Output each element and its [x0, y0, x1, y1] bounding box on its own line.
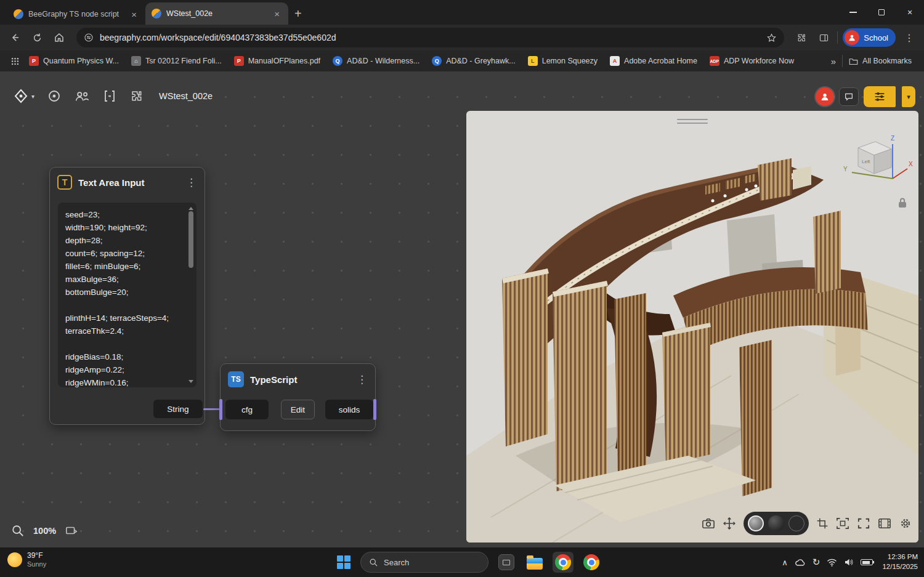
puzzle-icon [796, 33, 807, 43]
zoom-search-icon[interactable] [11, 524, 25, 538]
bookmark-item[interactable]: ADPADP Workforce Now [704, 54, 800, 68]
tab-close-icon[interactable]: × [272, 8, 282, 20]
apps-grid-button[interactable] [7, 54, 22, 68]
settings-dropdown-button[interactable]: ▾ [902, 86, 915, 107]
pan-view-button[interactable] [723, 517, 736, 530]
clock-time: 12:36 PM [888, 552, 918, 562]
scroll-down-icon[interactable] [188, 380, 193, 383]
tab-beegraphy-script[interactable]: BeeGraphy TS node script × [7, 4, 145, 25]
close-button[interactable]: × [896, 0, 924, 25]
scroll-track[interactable] [188, 211, 193, 379]
node-text-area-input[interactable]: T Text Area Input ⋮ seed=23; width=190; … [49, 167, 205, 425]
taskbar-app-widgets[interactable] [496, 552, 517, 573]
bookmark-item[interactable]: ⌂Tsr 02012 Fiend Foli... [126, 54, 227, 68]
scroll-up-icon[interactable] [188, 207, 193, 210]
new-tab-button[interactable]: + [294, 7, 302, 20]
render-mode-shaded[interactable] [748, 515, 764, 531]
side-panel-button[interactable] [815, 29, 832, 46]
battery-icon[interactable] [861, 559, 873, 565]
beegraphy-tool-button[interactable]: ▾ [14, 89, 34, 103]
taskbar-clock[interactable]: 12:36 PM 12/15/2025 [882, 552, 918, 571]
bookmark-item[interactable]: QAD&D - Greyhawk... [426, 54, 521, 68]
taskbar-app-file-explorer[interactable] [524, 552, 545, 573]
node-header[interactable]: T Text Area Input ⋮ [50, 167, 205, 196]
animation-button[interactable] [878, 517, 891, 530]
node-typescript[interactable]: TS TypeScript ⋮ cfg Edit solids [220, 363, 376, 431]
3d-viewport[interactable]: Left Z X Y [466, 111, 918, 543]
bookmark-item[interactable]: LLemon Squeezy [522, 54, 603, 68]
maximize-button[interactable] [867, 0, 896, 25]
bookmark-item[interactable]: PManualOFPlanes.pdf [229, 54, 326, 68]
bookmark-item[interactable]: AAdobe Acrobat Home [604, 54, 703, 68]
fullscreen-button[interactable] [857, 517, 870, 530]
browser-menu-button[interactable]: ⋮ [901, 29, 918, 46]
home-button[interactable] [51, 29, 68, 46]
sun-icon [7, 552, 22, 567]
tab-wstest-002e[interactable]: WStest_002e × [145, 2, 288, 25]
node-menu-button[interactable]: ⋮ [186, 176, 197, 189]
crop-view-button[interactable] [816, 517, 829, 530]
search-icon [369, 558, 378, 567]
input-port-cfg[interactable]: cfg [225, 400, 269, 419]
volume-icon[interactable] [844, 558, 854, 567]
frame-selection-button[interactable] [836, 517, 849, 530]
hidden-icons-button[interactable]: ∧ [782, 558, 788, 567]
bookmark-item[interactable]: PQuantum Physics W... [23, 54, 124, 68]
plugins-button[interactable] [129, 89, 144, 103]
scroll-thumb[interactable] [188, 211, 193, 268]
comments-button[interactable] [839, 87, 859, 106]
sync-icon[interactable]: ↻ [813, 557, 821, 568]
bookmark-star-icon[interactable] [766, 33, 777, 43]
url-bar[interactable]: beegraphy.com/workspace/edit/6940437383b… [76, 28, 784, 47]
editor-toolbar: ▾ WStest_002e [14, 85, 213, 107]
profile-button[interactable]: School [843, 28, 896, 47]
extensions-button[interactable] [793, 29, 810, 46]
zoom-level[interactable]: 100% [33, 526, 56, 536]
view-cube[interactable]: Left Z X Y [840, 133, 914, 196]
node-header[interactable]: TS TypeScript ⋮ [221, 364, 375, 393]
all-bookmarks-button[interactable]: All Bookmarks [844, 57, 917, 65]
sliders-icon [873, 91, 886, 102]
bookmarks-overflow-button[interactable]: » [826, 56, 841, 67]
home-icon [54, 32, 65, 43]
edit-script-button[interactable]: Edit [281, 400, 315, 419]
back-button[interactable] [6, 29, 23, 46]
site-settings-icon[interactable] [84, 33, 94, 42]
collaborators-button[interactable] [74, 89, 90, 103]
fit-view-icon[interactable] [65, 525, 78, 537]
render-mode-wireframe[interactable] [788, 515, 804, 531]
code-brackets-button[interactable] [102, 89, 117, 103]
profile-name: School [864, 33, 888, 42]
node-canvas[interactable]: ▾ WStest_002e [0, 71, 924, 547]
node-menu-button[interactable]: ⋮ [357, 373, 368, 386]
viewport-settings-button[interactable] [899, 517, 912, 530]
refresh-button[interactable] [28, 29, 46, 46]
typescript-node-icon: TS [228, 371, 244, 387]
tab-close-icon[interactable]: × [129, 9, 139, 20]
taskbar-app-chrome-2[interactable] [581, 552, 602, 573]
bookmark-item[interactable]: QAD&D - Wilderness... [327, 54, 425, 68]
output-port-solids[interactable]: solids [325, 400, 373, 419]
text-area-content[interactable]: seed=23; width=190; height=92; depth=28;… [58, 203, 197, 387]
taskbar-search[interactable]: Search [360, 552, 488, 573]
user-avatar-button[interactable] [816, 87, 834, 106]
input-port-connector[interactable] [219, 399, 222, 420]
settings-sliders-button[interactable] [864, 86, 896, 107]
url-text[interactable]: beegraphy.com/workspace/edit/6940437383b… [100, 33, 760, 42]
scrollbar[interactable] [188, 205, 194, 385]
onedrive-cloud-icon[interactable] [795, 559, 806, 567]
output-port-string[interactable]: String [153, 400, 203, 418]
view-lock-icon[interactable] [898, 197, 907, 208]
viewport-drag-handle[interactable] [677, 119, 708, 126]
output-port-connector[interactable] [373, 399, 376, 420]
window-controls: × [839, 0, 924, 25]
start-button[interactable] [334, 552, 353, 573]
taskbar-app-chrome[interactable] [553, 552, 573, 573]
render-mode-material[interactable] [768, 515, 784, 531]
minimize-button[interactable] [839, 0, 867, 25]
screenshot-button[interactable] [702, 517, 715, 530]
weather-widget[interactable]: 39°F Sunny [7, 551, 46, 569]
apps-grid-icon [10, 57, 20, 66]
wifi-icon[interactable] [827, 559, 837, 567]
focus-target-button[interactable] [47, 89, 62, 103]
